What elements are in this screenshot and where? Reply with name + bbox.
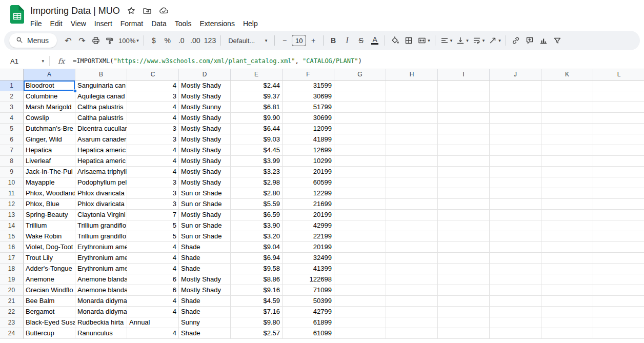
text-rotation-button[interactable]: ▾ bbox=[487, 33, 502, 48]
cell-B18[interactable]: Erythronium ame bbox=[75, 264, 127, 274]
row-header-3[interactable]: 3 bbox=[0, 102, 24, 113]
merge-cells-button[interactable]: ▾ bbox=[416, 33, 432, 48]
cell-J6[interactable] bbox=[490, 134, 541, 145]
cell-E9[interactable]: $3.23 bbox=[231, 167, 283, 177]
cell-L15[interactable] bbox=[593, 231, 644, 242]
cell-K16[interactable] bbox=[541, 242, 593, 253]
cell-G18[interactable] bbox=[334, 264, 386, 274]
column-header-C[interactable]: C bbox=[127, 69, 179, 80]
font-select[interactable]: Default... ▾ bbox=[224, 33, 271, 48]
cell-J7[interactable] bbox=[490, 145, 541, 156]
cell-E7[interactable]: $4.45 bbox=[231, 145, 283, 156]
cell-C24[interactable]: 4 bbox=[127, 328, 179, 339]
insert-comment-button[interactable] bbox=[523, 33, 536, 48]
cell-A1[interactable]: Bloodroot bbox=[24, 80, 75, 91]
cell-J24[interactable] bbox=[490, 328, 541, 339]
cell-E2[interactable]: $9.37 bbox=[231, 91, 283, 102]
cell-H14[interactable] bbox=[386, 220, 438, 231]
cell-F21[interactable]: 50399 bbox=[283, 296, 334, 307]
cell-H8[interactable] bbox=[386, 156, 438, 167]
column-header-G[interactable]: G bbox=[334, 69, 386, 80]
borders-button[interactable] bbox=[402, 33, 415, 48]
cell-I21[interactable] bbox=[438, 296, 490, 307]
row-header-12[interactable]: 12 bbox=[0, 199, 24, 210]
cell-K12[interactable] bbox=[541, 199, 593, 210]
zoom-select[interactable]: 100% ▾ bbox=[117, 33, 140, 48]
cell-H1[interactable] bbox=[386, 80, 438, 91]
cell-D9[interactable]: Mostly Shady bbox=[179, 167, 231, 177]
increase-decimal-button[interactable]: .00 bbox=[189, 33, 202, 48]
menu-extensions[interactable]: Extensions bbox=[195, 18, 238, 29]
cell-I6[interactable] bbox=[438, 134, 490, 145]
cell-K1[interactable] bbox=[541, 80, 593, 91]
cell-G4[interactable] bbox=[334, 113, 386, 124]
cell-G12[interactable] bbox=[334, 199, 386, 210]
cell-D21[interactable]: Shade bbox=[179, 296, 231, 307]
select-all-corner[interactable] bbox=[0, 69, 24, 80]
cell-A20[interactable]: Grecian Windflo bbox=[24, 285, 75, 296]
cell-F11[interactable]: 12299 bbox=[283, 188, 334, 199]
cell-F8[interactable]: 10299 bbox=[283, 156, 334, 167]
cell-F15[interactable]: 22199 bbox=[283, 231, 334, 242]
cell-C15[interactable]: 5 bbox=[127, 231, 179, 242]
menu-tools[interactable]: Tools bbox=[171, 18, 196, 29]
cell-E15[interactable]: $3.20 bbox=[231, 231, 283, 242]
cell-K17[interactable] bbox=[541, 253, 593, 264]
cell-F24[interactable]: 61099 bbox=[283, 328, 334, 339]
fill-color-button[interactable] bbox=[388, 33, 401, 48]
cell-B6[interactable]: Asarum canader bbox=[75, 134, 127, 145]
cell-J15[interactable] bbox=[490, 231, 541, 242]
cell-G13[interactable] bbox=[334, 210, 386, 220]
cell-F23[interactable]: 61899 bbox=[283, 317, 334, 328]
cell-C12[interactable]: 3 bbox=[127, 199, 179, 210]
row-header-21[interactable]: 21 bbox=[0, 296, 24, 307]
cell-F20[interactable]: 71099 bbox=[283, 285, 334, 296]
cell-A15[interactable]: Wake Robin bbox=[24, 231, 75, 242]
cell-F10[interactable]: 60599 bbox=[283, 177, 334, 188]
cell-I1[interactable] bbox=[438, 80, 490, 91]
column-header-A[interactable]: A bbox=[24, 69, 75, 80]
cell-L21[interactable] bbox=[593, 296, 644, 307]
cell-L13[interactable] bbox=[593, 210, 644, 220]
cell-B4[interactable]: Caltha palustris bbox=[75, 113, 127, 124]
cell-G14[interactable] bbox=[334, 220, 386, 231]
cell-D17[interactable]: Shade bbox=[179, 253, 231, 264]
cell-G17[interactable] bbox=[334, 253, 386, 264]
cell-B23[interactable]: Rudbeckia hirta bbox=[75, 317, 127, 328]
column-header-B[interactable]: B bbox=[75, 69, 127, 80]
cell-E22[interactable]: $7.16 bbox=[231, 307, 283, 317]
cell-L4[interactable] bbox=[593, 113, 644, 124]
row-header-8[interactable]: 8 bbox=[0, 156, 24, 167]
cell-G21[interactable] bbox=[334, 296, 386, 307]
cell-G6[interactable] bbox=[334, 134, 386, 145]
cell-E5[interactable]: $6.44 bbox=[231, 124, 283, 134]
cell-C16[interactable]: 4 bbox=[127, 242, 179, 253]
row-header-24[interactable]: 24 bbox=[0, 328, 24, 339]
cell-B16[interactable]: Erythronium ame bbox=[75, 242, 127, 253]
cell-D13[interactable]: Mostly Shady bbox=[179, 210, 231, 220]
cell-G2[interactable] bbox=[334, 91, 386, 102]
cell-C10[interactable]: 3 bbox=[127, 177, 179, 188]
cell-D16[interactable]: Shade bbox=[179, 242, 231, 253]
cell-I3[interactable] bbox=[438, 102, 490, 113]
cell-B1[interactable]: Sanguinaria can bbox=[75, 80, 127, 91]
cell-K13[interactable] bbox=[541, 210, 593, 220]
cell-K4[interactable] bbox=[541, 113, 593, 124]
cell-K10[interactable] bbox=[541, 177, 593, 188]
cell-H23[interactable] bbox=[386, 317, 438, 328]
menu-format[interactable]: Format bbox=[116, 18, 147, 29]
cell-K2[interactable] bbox=[541, 91, 593, 102]
cell-K14[interactable] bbox=[541, 220, 593, 231]
column-header-F[interactable]: F bbox=[283, 69, 334, 80]
menu-edit[interactable]: Edit bbox=[46, 18, 67, 29]
cell-J14[interactable] bbox=[490, 220, 541, 231]
cell-I11[interactable] bbox=[438, 188, 490, 199]
menus-button[interactable]: Menus bbox=[9, 33, 57, 48]
cell-G1[interactable] bbox=[334, 80, 386, 91]
menu-view[interactable]: View bbox=[67, 18, 90, 29]
cell-F16[interactable]: 20199 bbox=[283, 242, 334, 253]
cell-G11[interactable] bbox=[334, 188, 386, 199]
text-color-button[interactable]: A bbox=[368, 33, 381, 48]
cell-I17[interactable] bbox=[438, 253, 490, 264]
cell-A7[interactable]: Hepatica bbox=[24, 145, 75, 156]
